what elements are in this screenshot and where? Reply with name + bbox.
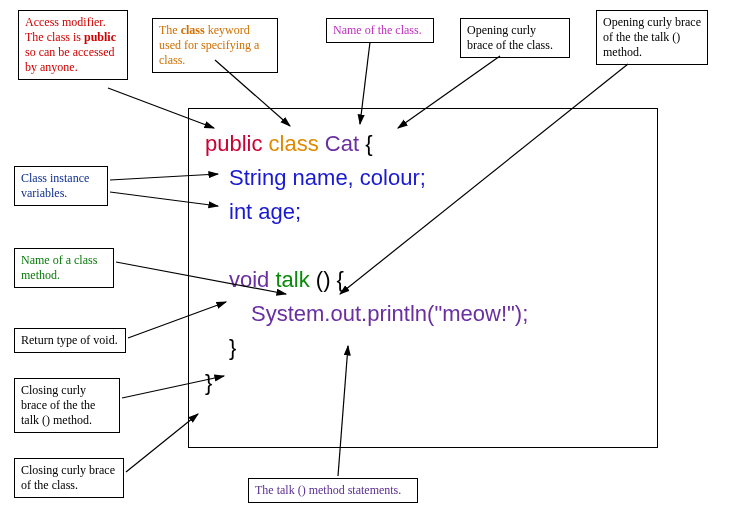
token-close-brace-method: }	[229, 335, 236, 360]
code-line-vars-int: int age;	[205, 195, 641, 229]
token-open-brace-method: () {	[316, 267, 344, 292]
code-blank	[205, 229, 641, 263]
token-public: public	[205, 131, 262, 156]
label-close-brace-class: Closing curly brace of the class.	[14, 458, 124, 498]
label-class-keyword: The class keyword used for specifying a …	[152, 18, 278, 73]
token-int-var: int age;	[229, 199, 301, 224]
label-access-modifier: Access modifier. The class is public so …	[18, 10, 128, 80]
label-return-type: Return type of void.	[14, 328, 126, 353]
token-open-brace-class: {	[365, 131, 372, 156]
code-line-stmt: System.out.println("meow!");	[205, 297, 641, 331]
token-void: void	[229, 267, 269, 292]
code-line-method-sig: void talk () {	[205, 263, 641, 297]
token-class: class	[269, 131, 319, 156]
label-open-brace-talk: Opening curly brace of the the talk () m…	[596, 10, 708, 65]
label-method-name: Name of a class method.	[14, 248, 114, 288]
code-line-declaration: public class Cat {	[205, 127, 641, 161]
label-talk-statements: The talk () method statements.	[248, 478, 418, 503]
code-line-vars-string: String name, colour;	[205, 161, 641, 195]
code-line-close-class: }	[205, 366, 641, 400]
token-close-brace-class: }	[205, 370, 212, 395]
token-statement: System.out.println("meow!");	[251, 301, 528, 326]
token-method-name: talk	[275, 267, 309, 292]
code-line-close-method: }	[205, 331, 641, 365]
code-panel: public class Cat { String name, colour; …	[188, 108, 658, 448]
label-close-brace-talk: Closing curly brace of the the talk () m…	[14, 378, 120, 433]
label-open-brace-class: Opening curly brace of the class.	[460, 18, 570, 58]
label-instance-vars: Class instance variables.	[14, 166, 108, 206]
token-classname: Cat	[325, 131, 359, 156]
label-class-name: Name of the class.	[326, 18, 434, 43]
token-string-vars: String name, colour;	[229, 165, 426, 190]
